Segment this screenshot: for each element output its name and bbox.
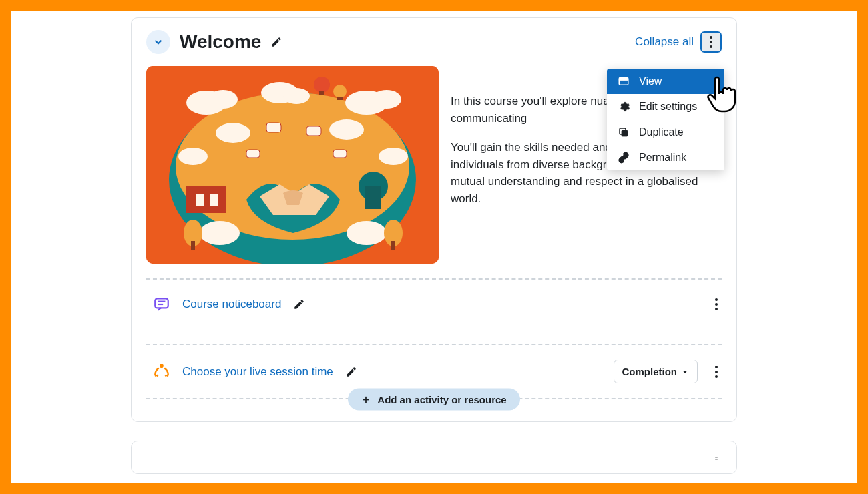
next-section-card	[131, 441, 737, 474]
add-activity-label: Add an activity or resource	[377, 394, 506, 405]
svg-point-10	[283, 88, 310, 104]
menu-item-duplicate[interactable]: Duplicate	[607, 119, 724, 145]
svg-rect-30	[191, 241, 195, 250]
svg-rect-23	[186, 186, 226, 213]
activity-link-session[interactable]: Choose your live session time	[182, 365, 333, 379]
svg-point-18	[347, 221, 387, 245]
svg-point-12	[372, 90, 401, 109]
chevron-down-icon	[152, 36, 164, 48]
chevron-down-icon	[681, 368, 689, 376]
activity-link-noticeboard[interactable]: Course noticeboard	[182, 298, 281, 311]
activity-right: Completion	[614, 360, 722, 383]
duplicate-icon	[618, 126, 630, 138]
activity-left: Choose your live session time	[153, 363, 357, 381]
svg-rect-35	[246, 150, 260, 158]
svg-point-14	[329, 119, 364, 140]
edit-title-button[interactable]	[270, 36, 282, 48]
pencil-icon	[293, 298, 305, 310]
svg-point-19	[314, 77, 330, 93]
menu-item-permalink[interactable]: Permalink	[607, 145, 724, 170]
section-title: Welcome	[180, 31, 261, 53]
completion-dropdown[interactable]: Completion	[614, 360, 698, 383]
menu-item-edit-settings-label: Edit settings	[639, 101, 697, 113]
activity-row-noticeboard: Course noticeboard	[146, 280, 722, 329]
svg-marker-41	[683, 370, 687, 373]
menu-item-view[interactable]: View	[607, 69, 724, 94]
collapse-toggle-button[interactable]	[146, 30, 170, 54]
svg-rect-34	[306, 126, 321, 136]
menu-item-duplicate-label: Duplicate	[639, 126, 684, 138]
choice-icon	[153, 363, 170, 381]
section-title-area: Welcome	[146, 30, 282, 54]
svg-rect-37	[155, 298, 168, 308]
svg-point-17	[200, 221, 240, 245]
edit-activity-button[interactable]	[345, 366, 357, 378]
svg-rect-2	[622, 130, 628, 136]
svg-rect-25	[196, 194, 204, 206]
svg-point-21	[333, 85, 347, 98]
svg-rect-43	[363, 399, 369, 400]
svg-rect-26	[210, 194, 218, 206]
view-icon	[618, 75, 630, 87]
add-row: Add an activity or resource	[146, 398, 722, 421]
forum-icon	[153, 296, 170, 313]
svg-rect-33	[266, 123, 281, 132]
svg-point-8	[208, 90, 238, 109]
pencil-icon	[270, 36, 282, 48]
gear-icon	[618, 101, 630, 113]
kebab-icon	[710, 36, 712, 48]
svg-point-40	[160, 364, 162, 366]
section-menu-button[interactable]	[700, 31, 722, 53]
menu-item-view-label: View	[639, 75, 662, 87]
section-card: Welcome Collapse all View	[131, 17, 737, 422]
plus-icon	[361, 395, 371, 404]
svg-rect-32	[391, 241, 395, 250]
svg-rect-36	[333, 150, 347, 158]
svg-rect-22	[337, 97, 343, 100]
menu-item-permalink-label: Permalink	[639, 152, 686, 164]
link-icon	[618, 152, 630, 164]
add-activity-button[interactable]: Add an activity or resource	[348, 389, 519, 411]
section-header: Welcome Collapse all	[146, 30, 722, 54]
menu-item-edit-settings[interactable]: Edit settings	[607, 94, 724, 119]
illustration-svg	[146, 66, 439, 264]
activity-menu-button[interactable]	[711, 362, 722, 382]
activity-right	[711, 294, 722, 314]
section-menu-button[interactable]	[711, 451, 722, 464]
pencil-icon	[345, 366, 357, 378]
collapse-all-link[interactable]: Collapse all	[635, 35, 694, 49]
svg-point-15	[178, 148, 208, 165]
svg-rect-1	[619, 78, 628, 81]
section-dropdown-menu: View Edit settings Duplicate Permalink	[607, 69, 724, 170]
section-header-right: Collapse all	[635, 31, 722, 53]
activity-menu-button[interactable]	[711, 294, 722, 314]
activity-left: Course noticeboard	[153, 296, 305, 313]
edit-activity-button[interactable]	[293, 298, 305, 310]
completion-label: Completion	[622, 366, 678, 377]
section-illustration	[146, 66, 439, 264]
svg-point-16	[379, 148, 408, 165]
svg-rect-28	[365, 186, 381, 209]
svg-rect-20	[319, 91, 324, 95]
svg-point-13	[216, 123, 250, 143]
